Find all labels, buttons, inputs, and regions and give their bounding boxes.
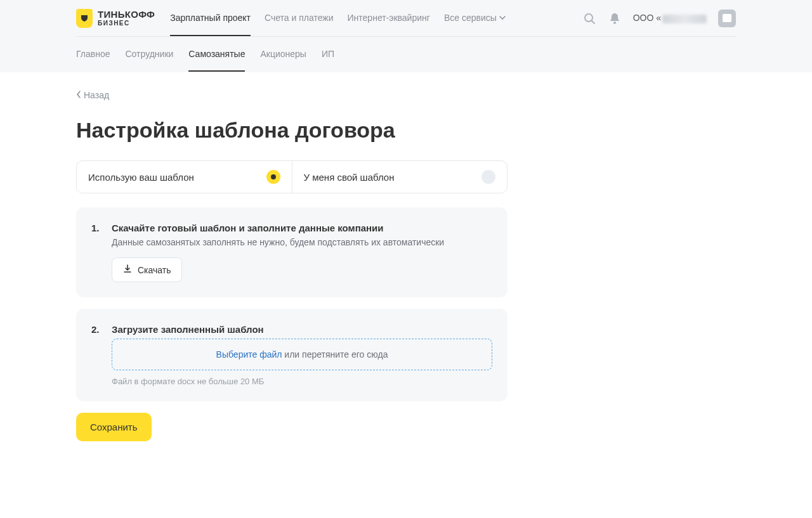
step-2-card: 2. Загрузите заполненный шаблон Выберите… [76, 309, 508, 401]
template-choice: Использую ваш шаблон У меня свой шаблон [76, 160, 508, 193]
step-1-title: Скачайте готовый шаблон и заполните данн… [112, 223, 492, 233]
dropzone-text: или перетяните его сюда [282, 349, 388, 359]
nav-tab-salary-project[interactable]: Зарплатный проект [170, 0, 251, 36]
header: ТИНЬКОФФ БИЗНЕС Зарплатный проект Счета … [76, 0, 736, 37]
chevron-left-icon [76, 90, 81, 100]
save-button[interactable]: Сохранить [76, 413, 152, 441]
download-template-button[interactable]: Скачать [112, 257, 182, 282]
file-format-hint: Файл в формате docx не больше 20 МБ [112, 377, 492, 386]
svg-point-2 [613, 22, 616, 24]
org-name-redacted [662, 15, 707, 23]
file-dropzone[interactable]: Выберите файл или перетяните его сюда [112, 339, 492, 370]
logo-shield-icon [76, 9, 93, 28]
subnav-tab-shareholders[interactable]: Акционеры [260, 37, 306, 72]
logo-text: ТИНЬКОФФ БИЗНЕС [98, 10, 155, 27]
product-switcher-icon[interactable] [718, 10, 736, 27]
subnav-tab-selfemployed[interactable]: Самозанятые [188, 37, 245, 72]
sub-nav: Главное Сотрудники Самозанятые Акционеры… [76, 37, 736, 72]
org-name[interactable]: ООО « [633, 13, 707, 23]
header-right: ООО « [582, 10, 736, 27]
step-2-number: 2. [91, 324, 103, 386]
search-icon[interactable] [582, 11, 596, 25]
chevron-down-icon [499, 13, 506, 23]
choose-file-link[interactable]: Выберите файл [216, 349, 282, 359]
template-option-ours[interactable]: Использую ваш шаблон [77, 161, 292, 193]
radio-selected-icon [266, 170, 280, 184]
download-icon [122, 264, 133, 276]
page-title: Настройка шаблона договора [76, 118, 736, 143]
svg-line-1 [592, 21, 594, 23]
subnav-tab-main[interactable]: Главное [76, 37, 110, 72]
svg-rect-4 [723, 14, 731, 16]
subnav-tab-ip[interactable]: ИП [322, 37, 334, 72]
svg-point-0 [585, 14, 593, 22]
nav-tab-accounts[interactable]: Счета и платежи [265, 0, 334, 36]
template-option-own[interactable]: У меня свой шаблон [292, 161, 508, 193]
step-2-title: Загрузите заполненный шаблон [112, 324, 492, 335]
logo[interactable]: ТИНЬКОФФ БИЗНЕС [76, 9, 155, 28]
bell-icon[interactable] [608, 11, 622, 25]
step-1-number: 1. [91, 223, 103, 282]
step-1-card: 1. Скачайте готовый шаблон и заполните д… [76, 207, 508, 297]
back-link[interactable]: Назад [76, 90, 736, 100]
nav-tab-acquiring[interactable]: Интернет-эквайринг [348, 0, 430, 36]
nav-tab-all-services[interactable]: Все сервисы [444, 0, 506, 36]
subnav-tab-employees[interactable]: Сотрудники [126, 37, 174, 72]
radio-unselected-icon [481, 170, 495, 184]
main-nav: Зарплатный проект Счета и платежи Интерн… [170, 0, 506, 36]
step-1-desc: Данные самозанятых заполнять не нужно, б… [112, 237, 492, 247]
